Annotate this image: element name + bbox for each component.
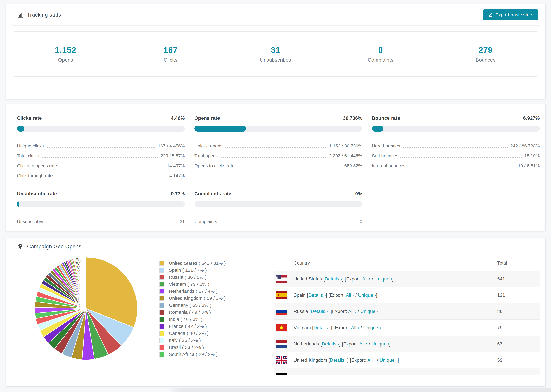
legend-swatch [160, 282, 164, 287]
stats-row: 1,152Opens167Clicks31Unsubscribes0Compla… [13, 31, 538, 77]
dotted-leader [219, 223, 358, 223]
country-total: 59 [497, 358, 535, 363]
dotted-leader [47, 223, 178, 223]
country-total: 121 [497, 293, 535, 298]
stat-value: 31 [271, 45, 280, 55]
details-link[interactable]: Details › [311, 309, 328, 314]
progress-bar-track [194, 201, 362, 207]
dotted-leader [408, 167, 516, 168]
legend-swatch [160, 324, 164, 329]
export-all-link[interactable]: All › [359, 341, 367, 347]
rate-detail-row: Click through rate4.147% [17, 169, 185, 179]
stat-label: Bounces [475, 57, 495, 63]
progress-bar-track [194, 126, 362, 132]
details-link[interactable]: Details › [308, 293, 326, 298]
rates-card: Clicks rate4.46%Unique clicks167 / 4.456… [6, 104, 545, 231]
legend-item: Spain ( 121 / 7% ) [160, 267, 266, 274]
legend-item: Germany ( 55 / 3% ) [160, 302, 266, 309]
total-column-header: Total [497, 260, 535, 266]
details-link[interactable]: Details › [325, 276, 342, 281]
export-all-link[interactable]: All › [351, 325, 359, 330]
rate-rows: Unique opens1,152 / 30.736%Total opens2,… [194, 139, 362, 169]
campaign-geo-opens-card: Campaign Geo Opens United States ( 541 /… [6, 238, 545, 386]
es-flag-icon [276, 291, 287, 299]
details-link[interactable]: Details › [322, 341, 339, 347]
stat-label: Opens [58, 57, 73, 63]
dotted-leader [402, 147, 508, 147]
export-unique-link[interactable]: Unique › [374, 276, 392, 281]
dotted-leader [41, 157, 158, 158]
rate-detail-label: Hard bounces [372, 143, 400, 149]
export-all-link[interactable]: All › [353, 374, 361, 375]
vn-flag-icon [276, 324, 287, 331]
export-unique-link[interactable]: Unique › [358, 293, 376, 298]
rate-detail-label: Click through rate [17, 173, 53, 179]
country-name-and-links: United Kingdom [Details ›] [Export: All … [294, 358, 497, 363]
details-link[interactable]: Details › [330, 358, 347, 363]
rate-detail-label: Opens to clicks rate [194, 163, 234, 169]
export-unique-link[interactable]: Unique › [360, 309, 378, 314]
export-basic-stats-button[interactable]: Export basic stats [483, 9, 538, 20]
export-all-link[interactable]: All › [367, 358, 376, 363]
progress-bar-track [372, 126, 540, 132]
legend-item: France ( 42 / 2% ) [160, 323, 266, 330]
rate-detail-label: Complaints [194, 219, 217, 224]
legend-swatch [160, 352, 164, 357]
rate-title: Complaints rate [194, 191, 231, 196]
details-link[interactable]: Details › [313, 325, 331, 330]
rate-detail-value: 19 / 6.81% [518, 163, 540, 169]
rate-detail-value: 242 / 86.738% [510, 143, 540, 149]
legend-swatch [160, 261, 164, 266]
legend-swatch [160, 310, 164, 315]
rate-value: 30.736% [343, 115, 362, 121]
rate-section-unsubscribe-rate: Unsubscribe rate0.77%Unsubscribes31 [17, 191, 185, 224]
geo-table: Country Total United States [Details ›] … [274, 255, 540, 375]
rate-head: Clicks rate4.46% [17, 115, 185, 121]
de-flag-icon [276, 373, 287, 375]
legend-label: France ( 42 / 2% ) [169, 324, 207, 329]
legend-swatch [160, 289, 164, 294]
export-unique-link[interactable]: Unique › [380, 358, 397, 363]
ru-flag-icon [276, 308, 287, 315]
rate-detail-label: Total opens [194, 153, 218, 159]
country-name-and-links: Netherlands [Details ›] [Export: All › /… [294, 341, 497, 347]
stat-value: 279 [479, 45, 493, 55]
country-name-and-links: United States [Details ›] [Export: All ›… [294, 276, 497, 282]
dotted-leader [220, 157, 327, 158]
rate-detail-value: 0 [360, 219, 362, 224]
export-all-link[interactable]: All › [362, 276, 370, 281]
rate-detail-row: Unique clicks167 / 4.456% [17, 139, 185, 149]
rate-detail-label: Unique clicks [17, 143, 44, 149]
export-all-link[interactable]: All › [348, 309, 356, 314]
legend-swatch [160, 331, 164, 336]
rate-detail-row: Complaints0 [194, 215, 362, 224]
legend-item: Romania ( 49 / 3% ) [160, 309, 266, 316]
geo-legend: United States ( 541 / 31% )Spain ( 121 /… [160, 260, 266, 358]
details-link[interactable]: Details › [316, 374, 333, 375]
rate-detail-value: 14.497% [167, 163, 185, 169]
stat-label: Unsubscribes [260, 57, 291, 63]
legend-label: United States ( 541 / 31% ) [169, 261, 226, 266]
geo-table-row-de: Germany [Details ›] [Export: All › / Uni… [274, 368, 540, 375]
rate-value: 0.77% [171, 191, 185, 196]
legend-swatch [160, 317, 164, 322]
progress-bar-fill [17, 201, 19, 207]
export-unique-link[interactable]: Unique › [365, 374, 383, 375]
progress-bar-track [17, 201, 185, 207]
country-total: 86 [497, 309, 535, 314]
geo-table-row-ru: Russia [Details ›] [Export: All › / Uniq… [274, 303, 540, 320]
export-unique-link[interactable]: Unique › [372, 341, 389, 347]
stat-value: 1,152 [55, 45, 76, 55]
geo-pie-chart[interactable] [6, 255, 139, 362]
dotted-leader [46, 147, 156, 147]
geo-table-row-inner: Spain [Details ›] [Export: All › / Uniqu… [274, 287, 540, 303]
export-unique-link[interactable]: Unique › [363, 325, 381, 330]
legend-label: Spain ( 121 / 7% ) [169, 268, 207, 273]
geo-table-row-inner: United States [Details ›] [Export: All ›… [274, 271, 540, 287]
rate-title: Bounce rate [372, 115, 400, 121]
rate-detail-label: Internal bounces [372, 163, 406, 169]
export-all-link[interactable]: All › [346, 293, 354, 298]
legend-label: Germany ( 55 / 3% ) [169, 303, 212, 308]
progress-bar-track [17, 126, 185, 132]
legend-swatch [160, 303, 164, 308]
